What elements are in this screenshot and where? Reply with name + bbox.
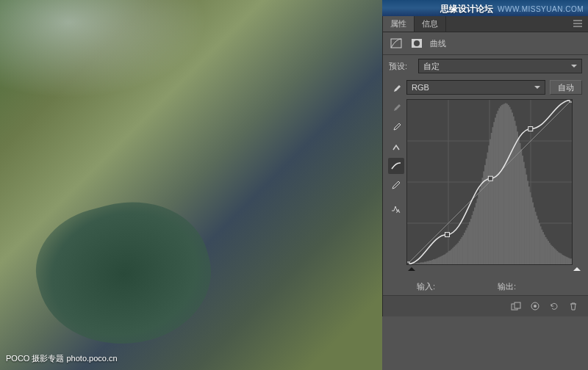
panel-menu-icon[interactable] [567, 20, 588, 29]
svg-rect-141 [488, 176, 492, 181]
output-label: 输出: [498, 281, 516, 292]
watermark-footer: POCO 摄影专题 photo.poco.cn [6, 353, 118, 364]
reset-icon[interactable] [545, 300, 563, 313]
adjustment-icon[interactable] [389, 37, 404, 50]
svg-rect-143 [570, 100, 572, 102]
smooth-tool-icon[interactable]: A [388, 200, 404, 217]
channel-value: RGB [412, 83, 429, 92]
svg-rect-137 [570, 258, 572, 264]
targeted-adjust-icon[interactable] [388, 139, 404, 155]
preset-select[interactable]: 自定 [418, 59, 582, 73]
panel-tabs: 属性 信息 [383, 16, 588, 32]
curve-point-tool-icon[interactable] [388, 158, 404, 174]
white-point-slider[interactable] [573, 264, 581, 271]
mask-icon[interactable] [409, 37, 424, 50]
channel-select[interactable]: RGB [406, 80, 545, 95]
adjustment-subheader: 曲线 [383, 32, 588, 55]
eyedropper-white-icon[interactable] [388, 120, 404, 136]
canvas-image [0, 0, 382, 370]
svg-rect-0 [391, 39, 401, 48]
watermark-header: 思缘设计论坛 WWW.MISSYUAN.COM [440, 3, 584, 15]
svg-text:A: A [396, 208, 401, 214]
preset-value: 自定 [423, 61, 440, 72]
input-label: 输入: [417, 281, 435, 292]
svg-rect-140 [445, 233, 449, 237]
pencil-tool-icon[interactable] [388, 177, 404, 193]
curve-sliders [406, 265, 582, 274]
curves-sidebar: A [386, 80, 406, 274]
panel-title: 曲线 [430, 38, 446, 49]
preset-row: 预设: 自定 [383, 55, 588, 77]
svg-point-147 [534, 305, 537, 308]
svg-rect-142 [528, 127, 533, 131]
tab-properties[interactable]: 属性 [383, 16, 415, 32]
auto-button[interactable]: 自动 [550, 80, 582, 95]
eyedropper-black-icon[interactable] [388, 81, 404, 98]
panel-footer [383, 295, 588, 316]
curves-main: RGB 自动 [406, 80, 582, 274]
view-previous-icon[interactable] [526, 300, 544, 313]
preset-label: 预设: [389, 61, 412, 72]
curves-graph[interactable] [406, 99, 573, 265]
properties-panel: 属性 信息 曲线 预设: 自定 [382, 16, 588, 316]
black-point-slider[interactable] [408, 264, 415, 271]
eyedropper-gray-icon[interactable] [388, 101, 404, 117]
watermark-url: WWW.MISSYUAN.COM [498, 5, 584, 13]
tab-info[interactable]: 信息 [415, 16, 446, 32]
svg-point-2 [414, 40, 420, 46]
trash-icon[interactable] [564, 300, 582, 313]
clip-toggle-icon[interactable] [507, 300, 525, 313]
svg-rect-145 [514, 302, 520, 308]
watermark-text: 思缘设计论坛 [440, 3, 493, 15]
io-readout: 输入: 输出: [383, 277, 588, 295]
